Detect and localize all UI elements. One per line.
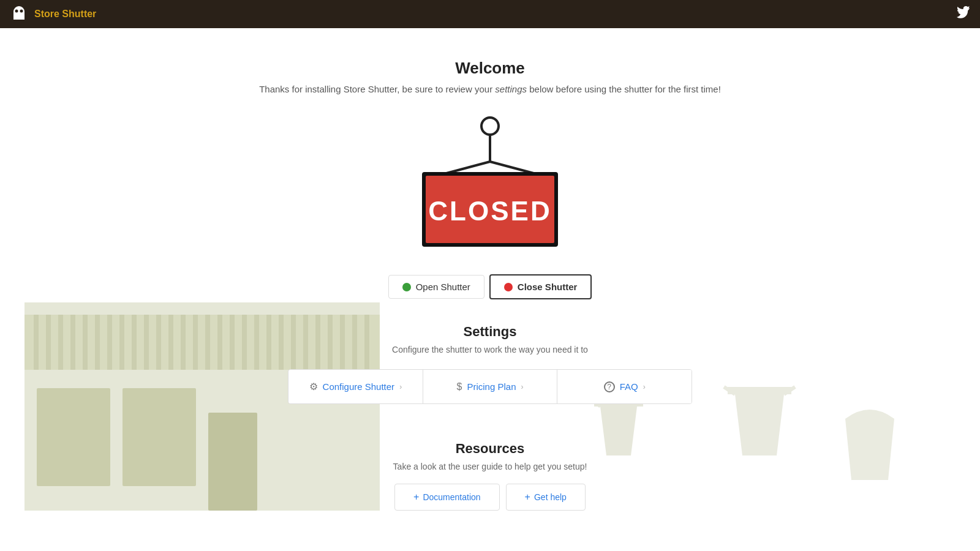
svg-text:CLOSED: CLOSED: [428, 196, 551, 226]
welcome-subtitle-after: below before using the shutter for the f…: [527, 84, 721, 94]
main-content: Welcome Thanks for installing Store Shut…: [0, 28, 980, 511]
get-help-label: Get help: [534, 492, 567, 502]
faq-button[interactable]: ? FAQ ›: [557, 370, 692, 403]
close-shutter-label: Close Shutter: [518, 282, 578, 292]
resources-buttons-group: + Documentation + Get help: [0, 484, 980, 511]
header-left: Store Shutter: [10, 5, 96, 23]
documentation-label: Documentation: [423, 492, 480, 502]
dollar-icon: $: [457, 381, 462, 392]
configure-chevron-icon: ›: [399, 383, 402, 391]
configure-shutter-button[interactable]: ⚙ Configure Shutter ›: [288, 370, 423, 403]
svg-point-4: [481, 118, 499, 135]
pricing-plan-label: Pricing Plan: [467, 381, 516, 392]
twitter-icon[interactable]: [957, 6, 970, 23]
welcome-subtitle-italic: settings: [495, 84, 527, 94]
close-status-dot: [504, 283, 513, 291]
plus-icon-docs: +: [413, 492, 419, 503]
get-help-button[interactable]: + Get help: [506, 484, 586, 511]
closed-sign-svg: CLOSED: [407, 113, 573, 253]
welcome-subtitle: Thanks for installing Store Shutter, be …: [259, 84, 721, 94]
settings-buttons-group: ⚙ Configure Shutter › $ Pricing Plan › ?…: [288, 369, 692, 404]
settings-title: Settings: [0, 324, 980, 340]
resources-subtitle: Take a look at the user guide to help ge…: [0, 462, 980, 471]
pricing-chevron-icon: ›: [521, 383, 523, 391]
app-title: Store Shutter: [34, 9, 96, 20]
configure-shutter-label: Configure Shutter: [323, 381, 395, 392]
faq-label: FAQ: [620, 381, 638, 392]
faq-chevron-icon: ›: [643, 383, 646, 391]
app-header: Store Shutter: [0, 0, 980, 28]
pricing-plan-button[interactable]: $ Pricing Plan ›: [423, 370, 558, 403]
shutter-buttons-group: Open Shutter Close Shutter: [388, 274, 592, 299]
gear-icon: ⚙: [309, 381, 318, 392]
open-shutter-button[interactable]: Open Shutter: [388, 275, 484, 299]
question-icon: ?: [604, 381, 615, 392]
closed-sign-container: CLOSED: [407, 113, 573, 256]
settings-subtitle: Configure the shutter to work the way yo…: [0, 345, 980, 354]
welcome-title: Welcome: [455, 59, 525, 78]
open-status-dot: [402, 283, 411, 291]
open-shutter-label: Open Shutter: [416, 282, 470, 292]
resources-section: Resources Take a look at the user guide …: [0, 441, 980, 511]
welcome-subtitle-before: Thanks for installing Store Shutter, be …: [259, 84, 495, 94]
plus-icon-help: +: [525, 492, 530, 503]
svg-point-3: [20, 10, 23, 13]
svg-point-2: [15, 10, 18, 13]
app-logo-icon: [10, 5, 28, 23]
documentation-button[interactable]: + Documentation: [394, 484, 500, 511]
settings-section: Settings Configure the shutter to work t…: [0, 324, 980, 404]
close-shutter-button[interactable]: Close Shutter: [489, 274, 592, 299]
resources-title: Resources: [0, 441, 980, 457]
